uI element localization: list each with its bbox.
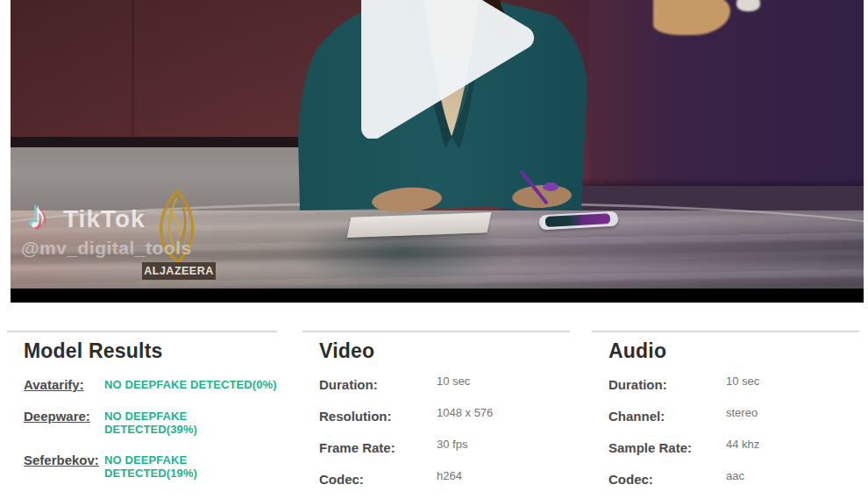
info-row: Duration:10 sec [608,377,859,392]
detection-result: NO DEEPFAKE DETECTED(39%) [104,409,277,436]
tiktok-handle-watermark: @mv_digital_tools [21,238,192,259]
scan-result-page: ♪ TikTok @mv_digital_tools ALJAZEERA Mod… [0,0,868,499]
model-link[interactable]: Seferbekov: [24,453,104,467]
field-value: 1048 x 576 [437,406,493,419]
info-row: Resolution:1048 x 576 [319,409,570,424]
aljazeera-watermark: ALJAZEERA [142,262,216,280]
field-label: Duration: [319,377,437,392]
audio-info-panel: Audio Duration:10 secChannel:stereoSampl… [592,331,859,499]
tiktok-watermark: TikTok [63,205,146,233]
audio-panel-title: Audio [608,339,859,363]
video-player[interactable]: ♪ TikTok @mv_digital_tools ALJAZEERA [11,0,864,303]
detection-result: NO DEEPFAKE DETECTED(19%) [104,453,277,480]
studio-wall-seam [132,0,134,138]
field-value: 44 khz [726,438,759,451]
field-label: Channel: [608,409,726,424]
field-value: stereo [726,406,758,419]
tiktok-note-icon: ♪ [28,196,47,234]
model-results-panel: Model Results Avatarify:NO DEEPFAKE DETE… [7,331,277,499]
model-link[interactable]: Deepware: [24,409,104,424]
field-label: Frame Rate: [319,440,437,455]
smartphone-screen [545,213,611,227]
field-label: Codec: [319,472,437,487]
detection-result: NO DEEPFAKE DETECTED(0%) [104,377,277,391]
info-row: Frame Rate:30 fps [319,440,570,455]
info-row: Codec:h264 [319,472,570,487]
info-row: Duration:10 sec [319,377,570,392]
video-panel-title: Video [319,339,570,363]
field-label: Sample Rate: [608,440,726,455]
video-info-rows: Duration:10 secResolution:1048 x 576Fram… [319,377,570,487]
model-result-row: Deepware:NO DEEPFAKE DETECTED(39%) [24,409,277,436]
audio-info-rows: Duration:10 secChannel:stereoSample Rate… [608,377,859,487]
model-results-title: Model Results [24,339,277,363]
field-value: 10 sec [726,374,759,388]
field-value: aac [726,469,744,482]
info-row: Codec:aac [608,472,859,487]
field-value: 10 sec [437,374,470,388]
model-result-row: Avatarify:NO DEEPFAKE DETECTED(0%) [24,377,277,392]
field-value: 30 fps [437,438,467,451]
field-value: h264 [437,469,462,482]
video-info-panel: Video Duration:10 secResolution:1048 x 5… [302,331,570,499]
field-label: Resolution: [319,409,437,424]
model-link[interactable]: Avatarify: [24,377,104,392]
field-label: Codec: [608,472,726,487]
info-row: Channel:stereo [608,409,859,424]
model-result-row: Seferbekov:NO DEEPFAKE DETECTED(19%) [24,453,277,480]
anchor-reflection [291,228,510,288]
model-results-rows: Avatarify:NO DEEPFAKE DETECTED(0%)Deepwa… [24,377,277,499]
field-label: Duration: [608,377,726,392]
play-button[interactable] [359,0,535,139]
info-row: Sample Rate:44 khz [608,440,859,455]
